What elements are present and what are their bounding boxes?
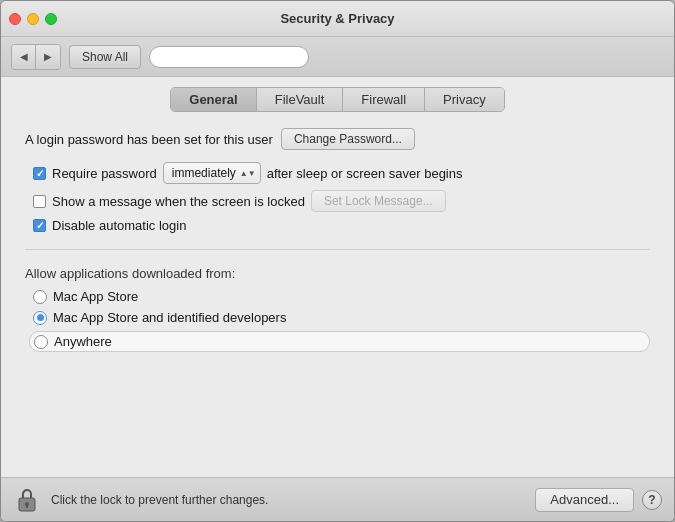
traffic-lights [9, 13, 57, 25]
forward-button[interactable]: ▶ [36, 45, 60, 69]
titlebar: Security & Privacy [1, 1, 674, 37]
tabs-container: General FileVault Firewall Privacy [1, 77, 674, 112]
show-message-row: Show a message when the screen is locked… [33, 190, 650, 212]
footer: Click the lock to prevent further change… [1, 477, 674, 521]
set-lock-message-button[interactable]: Set Lock Message... [311, 190, 446, 212]
require-password-checkbox[interactable] [33, 167, 46, 180]
allow-apps-section: Allow applications downloaded from: Mac … [25, 266, 650, 352]
after-sleep-text: after sleep or screen saver begins [267, 166, 463, 181]
window-title: Security & Privacy [280, 11, 394, 26]
login-password-text: A login password has been set for this u… [25, 132, 273, 147]
disable-autologin-checkbox[interactable] [33, 219, 46, 232]
back-button[interactable]: ◀ [12, 45, 36, 69]
show-message-label: Show a message when the screen is locked [52, 194, 305, 209]
footer-right: Advanced... ? [535, 488, 662, 512]
main-window: Security & Privacy ◀ ▶ Show All ● Genera… [0, 0, 675, 522]
maximize-button[interactable] [45, 13, 57, 25]
toolbar: ◀ ▶ Show All ● [1, 37, 674, 77]
advanced-button[interactable]: Advanced... [535, 488, 634, 512]
lock-icon-svg [15, 486, 39, 514]
help-button[interactable]: ? [642, 490, 662, 510]
require-password-label: Require password [52, 166, 157, 181]
allow-apps-label: Allow applications downloaded from: [25, 266, 650, 281]
radio-anywhere: Anywhere [29, 331, 650, 352]
radio-mac-app-store-label: Mac App Store [53, 289, 138, 304]
show-message-checkbox[interactable] [33, 195, 46, 208]
radio-mac-app-store-identified: Mac App Store and identified developers [33, 310, 650, 325]
login-password-row: A login password has been set for this u… [25, 128, 650, 150]
change-password-button[interactable]: Change Password... [281, 128, 415, 150]
chevron-down-icon: ▲▼ [240, 169, 256, 178]
tab-filevault[interactable]: FileVault [257, 88, 344, 111]
require-password-dropdown[interactable]: immediately ▲▼ [163, 162, 261, 184]
dropdown-value: immediately [172, 166, 236, 180]
radio-anywhere-input[interactable] [34, 335, 48, 349]
options-section: Require password immediately ▲▼ after sl… [25, 162, 650, 233]
minimize-button[interactable] [27, 13, 39, 25]
tab-firewall[interactable]: Firewall [343, 88, 425, 111]
require-password-row: Require password immediately ▲▼ after sl… [33, 162, 650, 184]
lock-button[interactable] [13, 486, 41, 514]
radio-mac-app-store-identified-label: Mac App Store and identified developers [53, 310, 286, 325]
radio-mac-app-store: Mac App Store [33, 289, 650, 304]
tab-privacy[interactable]: Privacy [425, 88, 504, 111]
radio-mac-app-store-identified-input[interactable] [33, 311, 47, 325]
disable-autologin-label: Disable automatic login [52, 218, 186, 233]
nav-buttons: ◀ ▶ [11, 44, 61, 70]
close-button[interactable] [9, 13, 21, 25]
tab-general[interactable]: General [171, 88, 256, 111]
search-input[interactable] [149, 46, 309, 68]
divider [25, 249, 650, 250]
tabs: General FileVault Firewall Privacy [170, 87, 504, 112]
show-all-button[interactable]: Show All [69, 45, 141, 69]
radio-options: Mac App Store Mac App Store and identifi… [25, 289, 650, 352]
lock-text: Click the lock to prevent further change… [51, 493, 525, 507]
radio-anywhere-label: Anywhere [54, 334, 112, 349]
svg-rect-2 [26, 504, 28, 508]
radio-mac-app-store-input[interactable] [33, 290, 47, 304]
disable-autologin-row: Disable automatic login [33, 218, 650, 233]
content-area: A login password has been set for this u… [1, 112, 674, 477]
search-wrapper: ● [149, 46, 309, 68]
